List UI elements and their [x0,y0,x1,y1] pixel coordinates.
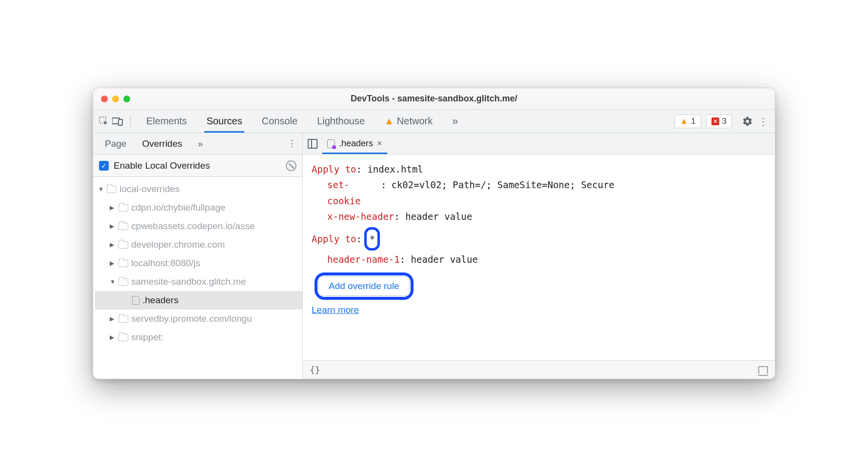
apply-to-row: Apply to: * [312,231,766,247]
apply-to-target[interactable]: index.html [367,164,423,175]
toggle-navigator-icon[interactable] [308,139,317,149]
overrides-tree: ▼ local-overrides ▶cdpn.io/chybie/fullpa… [93,177,302,379]
tab-label: Sources [206,116,242,127]
warning-icon: ▲ [680,117,688,126]
enable-overrides-label: Enable Local Overrides [114,160,210,171]
show-drawer-icon[interactable] [758,366,768,374]
file-label: .headers [142,295,178,306]
window-title: DevTools - samesite-sandbox.glitch.me/ [93,94,775,104]
editor-body[interactable]: Apply to: index.html set-cookie : ck02=v… [303,155,775,360]
folder-icon [118,241,128,249]
folder-label: samesite-sandbox.glitch.me [131,276,246,287]
apply-to-label: Apply to [312,234,356,244]
header-name[interactable]: x-new-header [327,211,394,222]
folder-label: servedby.ipromote.com/longu [131,313,252,324]
overrides-navigator: ✓ Enable Local Overrides ▼ local-overrid… [93,155,303,379]
apply-to-label: Apply to [312,164,356,175]
folder-icon [118,334,128,341]
header-value[interactable]: ck02=vl02; Path=/; SameSite=None; Secure [391,177,766,193]
clear-overrides-icon[interactable] [286,160,296,171]
titlebar: DevTools - samesite-sandbox.glitch.me/ [93,88,775,110]
error-count: 3 [722,117,727,126]
tree-root[interactable]: ▼ local-overrides [95,180,302,198]
sources-subtoolbar: Page Overrides » ⋮ .headers × [93,133,775,155]
tree-folder[interactable]: ▶servedby.ipromote.com/longu [95,310,302,328]
more-tabs-button[interactable]: » [443,110,467,133]
folder-label: localhost:8080/js [131,258,200,269]
add-rule-highlight: Add override rule [315,272,414,300]
link-label: Learn more [312,305,359,315]
apply-to-target-highlight[interactable]: * [367,231,376,247]
add-override-rule-button[interactable]: Add override rule [318,276,410,296]
subtab-overflow[interactable]: » [191,133,210,154]
learn-more-link[interactable]: Learn more [312,305,359,315]
enable-overrides-checkbox[interactable]: ✓ [99,161,109,171]
tree-folder[interactable]: ▶localhost:8080/js [95,254,302,272]
editor-tabstrip: .headers × [303,133,775,154]
tab-label: Network [397,116,433,127]
folder-icon [118,204,128,212]
tab-lighthouse[interactable]: Lighthouse [308,110,374,133]
disclosure-right-icon: ▶ [110,223,116,230]
tab-label: Lighthouse [317,116,365,127]
disclosure-down-icon: ▼ [98,186,104,193]
subtab-page[interactable]: Page [98,133,133,154]
settings-button[interactable] [741,116,754,127]
apply-to-target: * [369,234,375,244]
disclosure-right-icon: ▶ [110,260,116,267]
errors-pill[interactable]: ✕ 3 [706,115,732,128]
folder-label: developer.chrome.com [131,239,225,250]
disclosure-right-icon: ▶ [110,334,116,341]
navigator-tabs: Page Overrides » ⋮ [93,133,303,154]
tree-folder[interactable]: ▶snippet: [95,328,302,347]
tab-network[interactable]: ▲ Network [375,110,441,133]
subtab-label: Page [105,138,126,149]
more-options-button[interactable]: ⋮ [756,116,770,127]
header-value[interactable]: header value [411,254,478,265]
disclosure-right-icon: ▶ [110,315,116,322]
header-row: x-new-header: header value [327,209,766,224]
folder-label: local-overrides [119,184,180,195]
tab-label: Console [262,116,297,127]
devtools-window: DevTools - samesite-sandbox.glitch.me/ E… [93,88,775,379]
tree-folder[interactable]: ▶developer.chrome.com [95,235,302,254]
editor-footer: {} [303,360,775,379]
header-name[interactable]: header-name-1 [327,254,400,265]
subtab-overrides[interactable]: Overrides [135,133,189,154]
disclosure-right-icon: ▶ [110,241,116,248]
header-row: set-cookie : ck02=vl02; Path=/; SameSite… [327,177,766,209]
file-name: .headers [339,138,373,149]
enable-overrides-row: ✓ Enable Local Overrides [93,155,302,177]
tree-folder[interactable]: ▶cpwebassets.codepen.io/asse [95,217,302,235]
header-name[interactable]: set-cookie [327,177,376,209]
tab-console[interactable]: Console [253,110,306,133]
folder-label: cdpn.io/chybie/fullpage [131,202,225,213]
warnings-pill[interactable]: ▲ 1 [674,115,701,128]
disclosure-down-icon: ▼ [110,278,116,285]
file-icon [132,296,139,305]
disclosure-right-icon: ▶ [110,204,116,211]
apply-to-row: Apply to: index.html [312,161,766,177]
folder-icon [107,186,117,193]
sources-main: ✓ Enable Local Overrides ▼ local-overrid… [93,155,775,379]
folder-icon [118,260,128,267]
tree-folder-expanded[interactable]: ▼samesite-sandbox.glitch.me [95,272,302,291]
navigator-more-button[interactable]: ⋮ [286,138,297,149]
tab-elements[interactable]: Elements [138,110,196,133]
warning-icon: ▲ [384,116,394,127]
pretty-print-icon[interactable]: {} [310,365,320,375]
tab-sources[interactable]: Sources [197,110,251,133]
tab-label: Elements [146,116,187,127]
header-row: header-name-1: header value [327,252,766,267]
open-file-tab[interactable]: .headers × [322,133,387,154]
tree-file-selected[interactable]: .headers [95,291,302,310]
close-tab-icon[interactable]: × [377,138,382,149]
headers-editor: Apply to: index.html set-cookie : ck02=v… [303,155,775,379]
tree-folder[interactable]: ▶cdpn.io/chybie/fullpage [95,198,302,217]
subtab-label: Overrides [142,138,182,149]
inspect-element-icon[interactable] [98,116,110,127]
header-value[interactable]: header value [405,211,472,222]
device-toolbar-icon[interactable] [112,116,123,127]
main-toolbar: Elements Sources Console Lighthouse ▲ Ne… [93,110,775,133]
folder-label: cpwebassets.codepen.io/asse [131,221,255,232]
